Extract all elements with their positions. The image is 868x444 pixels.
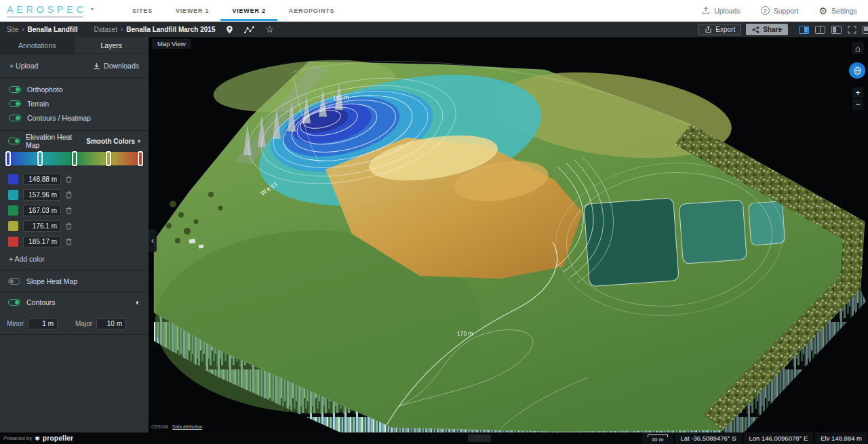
powered-by-badge[interactable]: Powered by ✱ propeller <box>3 435 73 442</box>
contour-label-160: 160 m <box>333 94 349 101</box>
marker-tool-button[interactable] <box>226 25 233 35</box>
elevation-value-input[interactable] <box>23 205 61 216</box>
map-viewport[interactable]: 160 m 170 m West Map View ‹ ⌂ + − CESIUM… <box>149 37 868 432</box>
layer-row-contours-heatmap: Contours / Heatmap <box>0 110 149 125</box>
tab-layers[interactable]: Layers <box>75 37 149 54</box>
layer-label: Orthophoto <box>27 85 63 94</box>
layer-label: Terrain <box>27 100 49 108</box>
contours-row: Contours ◐ <box>0 292 149 312</box>
share-label: Share <box>763 26 782 33</box>
tab-annotations[interactable]: Annotations <box>0 37 75 54</box>
zoom-out-button[interactable]: − <box>852 99 863 110</box>
favorite-tool-button[interactable]: ☆ <box>265 26 274 34</box>
terrain-3d-view[interactable]: 160 m 170 m West <box>149 37 868 432</box>
map-view-tab[interactable]: Map View <box>152 39 191 49</box>
fullscreen-button[interactable] <box>848 26 856 34</box>
share-button[interactable]: Share <box>746 24 788 35</box>
major-interval-input[interactable] <box>96 318 126 329</box>
app-logo[interactable]: AEROSPEC ▾ <box>7 4 110 18</box>
terrain-toggle[interactable] <box>9 100 21 107</box>
delete-stop-icon[interactable] <box>66 238 72 245</box>
sidebar-tabs: Annotations Layers <box>0 37 149 54</box>
elevation-value-input[interactable] <box>23 189 61 201</box>
logo-caret-icon: ▾ <box>91 6 94 12</box>
orthophoto-toggle[interactable] <box>9 86 21 93</box>
sidebar-collapse-handle[interactable]: ‹ <box>149 229 157 252</box>
split-view-left-button[interactable] <box>831 26 842 34</box>
star-icon: ☆ <box>265 24 274 34</box>
slope-heatmap-toggle[interactable] <box>8 278 20 285</box>
gradient-handle[interactable] <box>106 151 111 166</box>
breadcrumb-separator: › <box>121 26 123 33</box>
uploads-button[interactable]: Uploads <box>702 7 741 15</box>
contours-toggle[interactable] <box>8 299 20 306</box>
status-bar: Powered by ✱ propeller 10 m Lat -36.5089… <box>0 432 868 444</box>
nav-item-viewer1[interactable]: VIEWER 1 <box>164 0 220 21</box>
panel-left-icon <box>831 26 842 34</box>
nav-item-aeropoints[interactable]: AEROPOINTS <box>277 0 347 21</box>
globe-projection-button[interactable] <box>849 62 865 79</box>
gradient-handle[interactable] <box>5 151 11 166</box>
nav-item-viewer2[interactable]: VIEWER 2 <box>220 0 277 21</box>
contours-title: Contours <box>26 298 130 306</box>
minor-label: Minor <box>7 320 24 327</box>
color-mode-value: Smooth Colors <box>86 138 135 145</box>
gradient-handle[interactable] <box>37 151 43 166</box>
color-mode-dropdown[interactable]: Smooth Colors ▾ <box>86 138 140 145</box>
nav-item-sites[interactable]: SITES <box>121 0 164 21</box>
delete-stop-icon[interactable] <box>66 207 72 214</box>
divider <box>0 334 149 335</box>
settings-button[interactable]: ⚙ Settings <box>818 6 857 16</box>
site-breadcrumb-label[interactable]: Site <box>7 26 18 33</box>
propeller-logo-icon: ✱ <box>35 435 40 442</box>
delete-stop-icon[interactable] <box>66 176 72 183</box>
color-swatch[interactable] <box>8 237 18 247</box>
top-navigation-bar: AEROSPEC ▾ SITES VIEWER 1 VIEWER 2 AEROP… <box>0 0 868 22</box>
split-view-right-button[interactable] <box>799 26 809 34</box>
support-button[interactable]: ? Support <box>761 6 799 15</box>
elevation-value-input[interactable] <box>23 236 61 247</box>
monitor-view-button[interactable] <box>863 26 868 34</box>
color-swatch[interactable] <box>8 190 18 200</box>
delete-stop-icon[interactable] <box>66 191 72 199</box>
contours-heatmap-toggle[interactable] <box>9 115 21 121</box>
color-swatch[interactable] <box>8 174 18 184</box>
minor-interval-input[interactable] <box>28 318 58 329</box>
gradient-bar[interactable] <box>5 152 143 165</box>
gradient-handle[interactable] <box>138 151 143 166</box>
upload-button[interactable]: + Upload <box>9 62 38 70</box>
elevation-value-input[interactable] <box>23 220 61 232</box>
layer-label: Contours / Heatmap <box>27 114 91 122</box>
slope-heatmap-title: Slope Heat Map <box>26 277 77 285</box>
site-breadcrumb-value[interactable]: Benalla Landfill <box>28 26 78 33</box>
globe-icon <box>853 66 862 75</box>
home-view-button[interactable]: ⌂ <box>852 42 864 54</box>
timeline-collapse-handle[interactable] <box>468 435 491 442</box>
panel-right-icon <box>799 26 809 34</box>
breadcrumb-separator: › <box>22 26 24 33</box>
downloads-button[interactable]: Downloads <box>93 62 139 70</box>
attribution-link[interactable]: Data attribution <box>172 424 202 429</box>
elevation-value-input[interactable] <box>23 174 61 185</box>
map-pin-icon <box>226 25 233 35</box>
dataset-breadcrumb-label[interactable]: Dataset <box>94 26 117 33</box>
layer-row-terrain: Terrain <box>0 96 149 110</box>
zoom-in-button[interactable]: + <box>852 87 863 98</box>
dataset-breadcrumb-value[interactable]: Benalla Landfill March 2015 <box>126 26 215 33</box>
color-stop-row <box>0 171 149 187</box>
export-button[interactable]: Export <box>698 24 741 35</box>
color-stop-row <box>0 218 149 234</box>
delete-stop-icon[interactable] <box>66 222 72 230</box>
color-swatch[interactable] <box>8 205 18 216</box>
contour-contrast-icon[interactable]: ◐ <box>136 298 140 306</box>
add-color-button[interactable]: + Add color <box>0 249 149 270</box>
gradient-handle[interactable] <box>72 151 77 166</box>
measure-tool-button[interactable] <box>244 26 254 34</box>
longitude-readout: Lon 146.0096078° E <box>744 432 814 444</box>
color-swatch[interactable] <box>8 221 18 231</box>
logo-tagline <box>7 16 83 18</box>
split-view-dual-button[interactable] <box>815 26 825 34</box>
logo-text: AEROSPEC <box>7 4 87 15</box>
panel-split-icon <box>815 26 825 34</box>
elevation-heatmap-toggle[interactable] <box>8 138 20 144</box>
